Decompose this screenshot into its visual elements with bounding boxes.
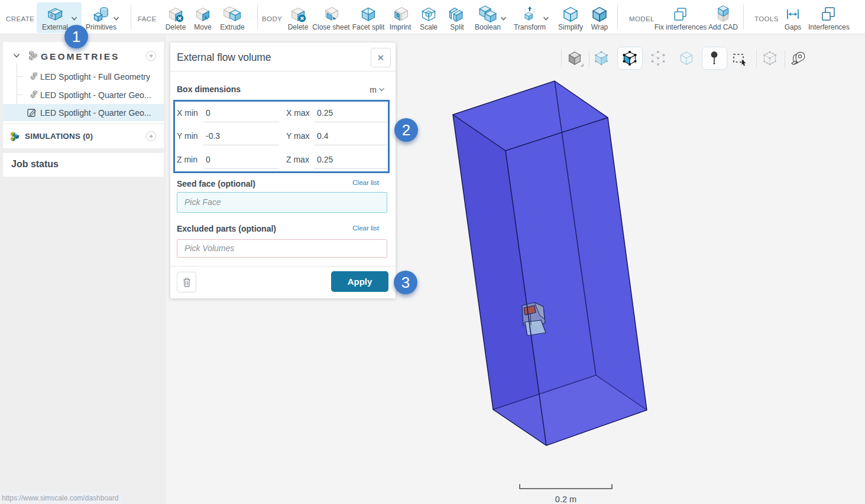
svg-text:0.2 m: 0.2 m: [555, 495, 576, 504]
